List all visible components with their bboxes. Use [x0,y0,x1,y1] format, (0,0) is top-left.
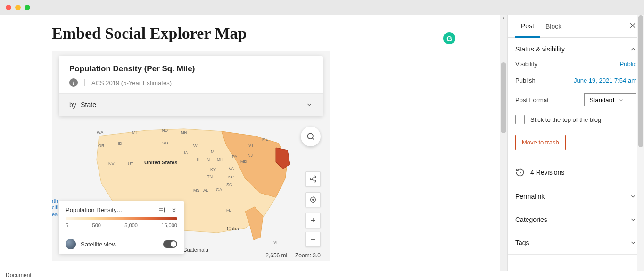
move-to-trash-button[interactable]: Move to trash [515,135,566,150]
scroll-up-arrow-icon: ▲ [502,16,505,20]
editor-scrollbar[interactable]: ▲ [500,15,507,271]
satellite-thumb-icon [66,239,76,249]
panel-tags[interactable]: Tags [508,231,644,254]
tab-block[interactable]: Block [540,16,567,37]
publish-label: Publish [515,77,536,84]
revisions-row[interactable]: 4 Revisions [508,160,644,185]
svg-point-4 [314,180,316,182]
legend-list-icon[interactable] [158,207,166,213]
svg-point-3 [310,178,312,180]
map-legend: Population Density… 5 500 5,000 15,000 [59,201,184,254]
search-icon [306,132,315,141]
map-zoom-out-button[interactable]: − [305,232,321,247]
history-icon [515,168,525,177]
window-close-dot[interactable] [6,5,11,10]
window-maximize-dot[interactable] [25,5,30,10]
pacific-ocean-label: rth cifi ea [52,197,58,218]
map-search-button[interactable] [301,127,321,146]
legend-title: Population Density… [66,206,123,213]
sidebar-scroll-thumb[interactable] [638,15,643,147]
map-info-source: ACS 2019 (5-Year Estimates) [91,79,172,86]
main-area: ▲ Embed Social Explorer Map G WA MT ND [0,15,644,271]
status-bar: Document [0,271,644,280]
panel-title: Status & visibility [515,45,565,53]
zoom-label: Zoom: [295,252,311,259]
publish-value[interactable]: June 19, 2021 7:54 am [574,77,636,84]
map-zoom-in-button[interactable]: + [305,213,321,228]
svg-line-5 [312,177,314,178]
window-chrome [0,0,644,15]
map-controls: + − [305,171,321,247]
satellite-label: Satellite view [81,241,116,248]
map-share-button[interactable] [305,171,321,187]
post-format-select[interactable]: Standard [584,93,636,106]
zoom-value: 3.0 [313,252,321,259]
legend-tick: 15,000 [161,222,177,228]
panel-permalink[interactable]: Permalink [508,185,644,208]
settings-sidebar: Post Block Status & visibility Visibilit… [507,15,644,271]
panel-categories[interactable]: Categories [508,208,644,231]
map-footer-info: 2,656 mi Zoom: 3.0 [265,252,321,259]
svg-point-2 [314,176,316,178]
close-icon [629,22,636,29]
map-info-card: Population Density (Per Sq. Mile) i ACS … [59,56,323,116]
legend-tick: 5 [66,222,68,228]
locate-icon [309,196,317,204]
window-minimize-dot[interactable] [15,5,21,10]
share-icon [309,175,317,183]
divider [84,79,85,86]
close-sidebar-button[interactable] [629,21,636,32]
chevron-down-icon [630,216,636,223]
legend-collapse-icon[interactable] [171,207,177,213]
page-title[interactable]: Embed Social Explorer Map [52,25,488,42]
panel-status-header[interactable]: Status & visibility [508,38,644,60]
satellite-toggle[interactable] [163,240,177,248]
editor-pane: ▲ Embed Social Explorer Map G WA MT ND [0,15,507,271]
stick-checkbox[interactable] [515,115,525,124]
status-bar-text: Document [6,272,32,279]
editor-scroll-thumb[interactable] [501,62,506,133]
chevron-down-icon [630,239,636,246]
visibility-label: Visibility [515,60,537,68]
legend-gradient [66,217,177,220]
format-value: Standard [589,96,614,103]
svg-line-6 [312,179,314,181]
panel-status-visibility: Status & visibility Visibility Public Pu… [508,38,644,160]
by-prefix: by [69,101,76,109]
grammarly-icon: G [446,34,452,42]
map-by-selector[interactable]: by State [59,93,323,116]
map-distance: 2,656 mi [265,252,287,259]
svg-point-0 [307,133,313,139]
map-embed[interactable]: WA MT ND MN OR ID SD WI ME NV UT IA MI I… [52,51,330,261]
chevron-down-icon [630,193,636,200]
revisions-text: 4 Revisions [530,169,564,176]
svg-rect-16 [164,207,165,212]
tab-post[interactable]: Post [515,16,540,38]
map-locate-button[interactable] [305,192,321,207]
format-label: Post Format [515,96,549,103]
chevron-down-icon [306,102,313,108]
grammarly-badge[interactable]: G [443,32,455,44]
legend-tick: 500 [92,222,101,228]
chevron-down-icon [618,97,624,103]
map-info-title: Population Density (Per Sq. Mile) [69,64,313,74]
info-icon[interactable]: i [69,78,78,87]
sidebar-tabs: Post Block [508,15,644,38]
svg-line-1 [313,138,314,140]
sidebar-scrollbar[interactable] [637,15,644,271]
visibility-value[interactable]: Public [620,60,636,68]
chevron-up-icon [630,46,636,52]
svg-point-8 [313,199,314,201]
legend-tick: 5,000 [124,222,138,228]
stick-label: Stick to the top of the blog [530,116,601,123]
by-value: State [81,101,96,109]
